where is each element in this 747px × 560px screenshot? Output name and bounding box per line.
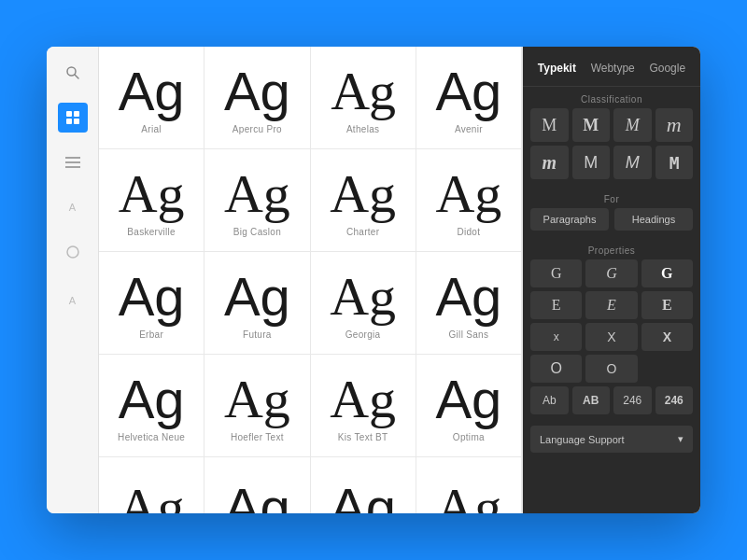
classification-label: Classification [523,87,700,108]
font-grid: Ag Arial Ag Apercu Pro Ag Athelas Ag Ave… [99,47,522,513]
svg-line-1 [75,75,78,78]
class-btn-script2[interactable]: m [530,146,569,179]
tab-typekit[interactable]: Typekit [532,58,582,78]
font-preview-didot: Ag [435,167,501,221]
sidebar: A A [47,47,99,513]
prop-246-light[interactable]: 246 [613,386,652,414]
class-btn-serif2[interactable]: M [572,108,611,142]
properties-row2: x X X O O [523,323,700,386]
font-name-avenir: Avenir [455,124,483,134]
font-preview-bigcaslon: Ag [224,167,290,221]
prop-x-upper[interactable]: X [585,323,637,351]
font-preview-row5d: Ag [435,481,501,514]
class-btn-sans1[interactable]: M [572,146,611,179]
font-preview-apercu: Ag [224,64,290,119]
class-btn-serif1[interactable]: M [530,108,569,142]
for-headings-btn[interactable]: Headings [614,208,693,231]
font-preview-athelas: Ag [331,64,395,119]
class-btn-script1[interactable]: m [655,108,694,142]
prop-246-bold[interactable]: 246 [655,386,694,414]
font-cell-apercu[interactable]: Ag Apercu Pro [204,47,310,149]
language-support-btn[interactable]: Language Support ▾ [530,426,693,453]
for-paragraphs-btn[interactable]: Paragraphs [530,208,609,231]
classification-grid: M M M m m M M M [523,108,700,187]
for-label: For [523,187,700,208]
prop-x-lower[interactable]: x [530,323,582,351]
prop-g3[interactable]: G [641,259,693,287]
svg-rect-5 [74,119,79,124]
font-cell-bigcaslon[interactable]: Ag Big Caslon [204,149,310,252]
class-btn-sans2[interactable]: M [613,146,652,179]
font-preview-kistext: Ag [330,372,396,427]
font-preview-row5c: Ag [330,481,396,514]
font-cell-athelas[interactable]: Ag Athelas [311,47,416,149]
search-icon[interactable] [58,58,88,88]
font-cell-erbar[interactable]: Ag Erbar [99,252,204,355]
font-cell-helvetica[interactable]: Ag Helvetica Neue [99,355,204,457]
font-cell-futura[interactable]: Ag Futura [204,252,310,355]
class-btn-mono1[interactable]: M [655,146,694,179]
svg-rect-4 [66,119,72,124]
font-name-helvetica: Helvetica Neue [118,432,185,442]
prop-e2[interactable]: E [585,291,637,319]
font-cell-georgia[interactable]: Ag Georgia [311,252,416,355]
prop-e1[interactable]: E [530,291,582,319]
font-preview-arial: Ag [119,64,185,119]
prop-o-upper[interactable]: O [585,355,637,383]
font-cell-arial[interactable]: Ag Arial [99,47,204,149]
svg-point-9 [67,246,78,258]
class-btn-serif3[interactable]: M [613,108,652,142]
font-preview-hoefler: Ag [224,372,290,427]
font-name-hoefler: Hoefler Text [231,432,284,442]
font-preview-row5b: Ag [224,481,290,514]
font-cell-charter[interactable]: Ag Charter [311,149,416,252]
font-cell-avenir[interactable]: Ag Avenir [416,47,522,149]
prop-x-bold[interactable]: X [641,323,693,351]
font-cell-baskerville[interactable]: Ag Baskerville [99,149,204,252]
font-cell-kistext[interactable]: Ag Kis Text BT [311,355,416,457]
font-cell-didot[interactable]: Ag Didot [416,149,522,252]
font-preview-helvetica: Ag [119,372,185,427]
prop-ab-upper[interactable]: AB [572,386,611,414]
font-grid-area: Ag Arial Ag Apercu Pro Ag Athelas Ag Ave… [99,47,523,513]
font-name-erbar: Erbar [139,329,163,340]
circle-control-icon[interactable] [58,237,88,267]
prop-g1[interactable]: G [530,259,582,287]
prop-o-lower[interactable]: O [530,355,582,383]
font-cell-hoefler[interactable]: Ag Hoefler Text [204,355,310,457]
prop-e3[interactable]: E [641,291,693,319]
font-preview-futura: Ag [224,270,290,324]
font-preview-avenir: Ag [435,64,501,119]
font-preview-row5a: Ag [119,481,185,514]
font-cell-gillsans[interactable]: Ag Gill Sans [416,252,522,355]
font-cell-row5c[interactable]: Ag [311,457,416,513]
language-support-label: Language Support [540,434,625,445]
svg-rect-2 [66,111,72,117]
list-view-icon[interactable] [58,147,88,177]
tab-webtype[interactable]: Webtype [585,58,641,78]
font-name-arial: Arial [141,124,162,134]
right-panel: Typekit Webtype Google Classification M … [523,47,700,513]
size-small-icon[interactable]: A [58,192,88,222]
font-name-bigcaslon: Big Caslon [233,227,281,237]
font-name-didot: Didot [457,227,480,237]
tab-google[interactable]: Google [643,58,691,78]
for-row: Paragraphs Headings [523,208,700,238]
font-preview-optima: Ag [435,372,501,427]
prop-g2[interactable]: G [585,259,637,287]
font-cell-optima[interactable]: Ag Optima [416,355,522,457]
font-name-athelas: Athelas [346,124,379,134]
font-cell-row5b[interactable]: Ag [204,457,310,513]
font-name-charter: Charter [346,227,379,237]
prop-ab-lower[interactable]: Ab [530,386,569,414]
svg-rect-3 [74,111,79,117]
font-name-gillsans: Gill Sans [449,329,489,340]
font-name-kistext: Kis Text BT [338,432,388,442]
grid-view-icon[interactable] [58,103,88,133]
font-cell-row5d[interactable]: Ag [416,457,522,513]
font-name-georgia: Georgia [345,329,381,340]
app-container: A A Ag Arial Ag Apercu Pro Ag Athelas [47,47,700,513]
font-cell-row5a[interactable]: Ag [99,457,204,513]
properties-label: Properties [523,238,700,259]
font-name-optima: Optima [453,432,485,442]
